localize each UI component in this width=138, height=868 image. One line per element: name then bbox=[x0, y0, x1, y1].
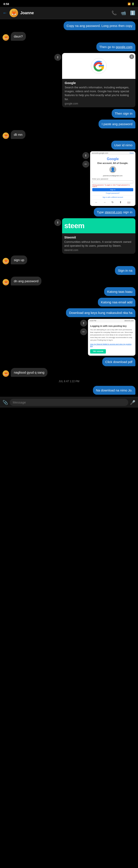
steemit-ss-title: Logging in with non-posting key bbox=[90, 325, 133, 327]
google-link-card[interactable]: ℹ Google Search the world's information,… bbox=[62, 53, 135, 107]
message-row: 🦊 dli mn bbox=[3, 130, 135, 139]
edit-icon[interactable]: ✏ bbox=[80, 328, 87, 335]
steemit-link-card[interactable]: steem Steemit Communities without border… bbox=[62, 218, 135, 254]
bubble-sent: Katong naa email add bbox=[98, 298, 135, 307]
bubble-received: naglisod gyud q sang bbox=[11, 368, 48, 377]
card-desc: Search the world's information, includin… bbox=[65, 86, 133, 101]
error-text: Wrong password. Try again or click 'Forg… bbox=[92, 184, 133, 187]
card-title: Google bbox=[65, 81, 133, 85]
card-url: google.com bbox=[65, 102, 133, 105]
message-row: Sign in na bbox=[3, 266, 135, 275]
nav-share-icon[interactable]: ⬆ bbox=[119, 201, 121, 204]
steemit-url: steemit.com bbox=[64, 249, 133, 252]
back-button[interactable]: ← bbox=[3, 10, 7, 16]
screenshot-topbar2: 8:30 PM steemit.com bbox=[88, 319, 135, 322]
mic-icon[interactable]: 🎤 bbox=[130, 400, 135, 405]
message-row: Click download pdf bbox=[3, 358, 135, 366]
steemit-ss-content: Logging in with non-posting key You are … bbox=[88, 322, 135, 356]
google-card-image: ℹ bbox=[62, 53, 135, 79]
forgot-password-link[interactable]: Forgot password? bbox=[92, 192, 133, 194]
status-bar: 8:58 📶 🔋 bbox=[0, 0, 138, 7]
message-row: ⬆ ✏ 8:30 PM steemit.com Logging in with … bbox=[3, 319, 135, 356]
password-label: Enter your password bbox=[92, 178, 133, 180]
message-row: Then sign in bbox=[3, 109, 135, 118]
avatar: 🦊 bbox=[3, 34, 9, 41]
share-icon[interactable]: ⬆ bbox=[54, 54, 61, 61]
bubble-received: dn ang password bbox=[11, 277, 42, 285]
screenshot-container: ⬆ ✏ accounts.google.com Done Google One … bbox=[82, 151, 135, 206]
nav-refresh-icon[interactable]: ↻ bbox=[111, 201, 114, 204]
bubble-received: dli mn bbox=[11, 130, 25, 139]
avatar: 🦊 bbox=[3, 132, 9, 139]
contact-avatar: 🦊 bbox=[9, 9, 18, 17]
message-row: ⬆ steem Steemit Communities without bord… bbox=[3, 218, 135, 254]
steemit-desc: Communities without borders. A social ne… bbox=[64, 240, 133, 248]
steemit-card-container: ⬆ steem Steemit Communities without bord… bbox=[54, 218, 135, 254]
message-row: Download ang keys kung makasulod nka ha bbox=[3, 308, 135, 317]
nav-forward-icon[interactable]: → bbox=[103, 201, 106, 204]
share-actions: ⬆ ✏ bbox=[80, 319, 87, 335]
bubble-sent: Then go to google.com bbox=[96, 42, 135, 51]
google-link[interactable]: google.com bbox=[116, 45, 132, 49]
google-signin-content: Google One account. All of Google. 👤 joa… bbox=[90, 155, 135, 206]
signin-button-small[interactable]: Sign in bbox=[92, 188, 133, 191]
message-row: Katong taas kaau bbox=[3, 287, 135, 296]
edit-icon[interactable]: ✏ bbox=[82, 161, 89, 167]
bubble-sent: Copy na ang password. Long press then co… bbox=[64, 21, 135, 30]
google-signin-screenshot: accounts.google.com Done Google One acco… bbox=[90, 151, 135, 206]
share-actions: ⬆ ✏ bbox=[82, 151, 89, 167]
message-row: Na download na nimo Jo. bbox=[3, 386, 135, 395]
bubble-sent: Katong taas kaau bbox=[104, 287, 135, 296]
nav-back-icon[interactable]: ← bbox=[95, 201, 98, 204]
message-row: 🦊 sign up bbox=[3, 255, 135, 265]
steemit-banner: steem bbox=[62, 218, 135, 233]
message-row: Then go to google.com bbox=[3, 42, 135, 51]
avatar: 🦊 bbox=[3, 370, 9, 377]
google-logo-text: Google bbox=[92, 157, 133, 161]
call-button[interactable]: 📞 bbox=[111, 10, 117, 16]
header-actions: 📞 📹 ℹ️ bbox=[111, 10, 135, 16]
message-row: 🦊 naglisod gyud q sang bbox=[3, 368, 135, 377]
steemit-login-screenshot: 8:30 PM steemit.com Logging in with non-… bbox=[88, 319, 135, 356]
signin-title: One account. All of Google. bbox=[92, 162, 133, 164]
bubble-sent: User id nimo bbox=[111, 141, 135, 150]
google-logo-icon bbox=[90, 57, 107, 74]
link-card-container: ⬆ ℹ Google Search the world's i bbox=[54, 53, 135, 107]
share-icon[interactable]: ⬆ bbox=[82, 152, 89, 159]
message-row: 🦊 daun? bbox=[3, 32, 135, 41]
attach-icon[interactable]: 📎 bbox=[3, 400, 8, 405]
different-account-link[interactable]: Sign in with a different account bbox=[92, 195, 133, 198]
user-avatar: 👤 bbox=[109, 166, 116, 173]
steemit-link[interactable]: steemit.com bbox=[105, 210, 122, 214]
video-button[interactable]: 📹 bbox=[121, 10, 126, 16]
share-actions: ⬆ bbox=[54, 218, 61, 226]
share-actions: ⬆ bbox=[54, 53, 61, 61]
status-time: 8:58 bbox=[3, 2, 9, 6]
message-row: Type steemit.com sign in bbox=[3, 208, 135, 217]
steemit-screenshot-container: ⬆ ✏ 8:30 PM steemit.com Logging in with … bbox=[80, 319, 135, 356]
nav-bookmarks-icon[interactable]: 📖 bbox=[127, 201, 131, 204]
status-icons: 📶 🔋 bbox=[128, 3, 135, 5]
share-icon[interactable]: ⬆ bbox=[80, 320, 87, 327]
message-row: I paste ang password bbox=[3, 120, 135, 128]
avatar: 🦊 bbox=[3, 258, 9, 265]
bubble-received: sign up bbox=[11, 255, 27, 265]
chat-header: ← 🦊 Joanne 📞 📹 ℹ️ bbox=[0, 7, 138, 19]
steemit-wallet-link[interactable]: Use my Steemit Wallet to access and view… bbox=[90, 343, 133, 347]
message-row: User id nimo bbox=[3, 141, 135, 150]
bubble-sent: Na download na nimo Jo. bbox=[93, 386, 135, 395]
chat-area: Copy na ang password. Long press then co… bbox=[0, 19, 138, 397]
try-again-btn[interactable]: TRY AGAIN bbox=[90, 349, 106, 353]
bubble-sent: I paste ang password bbox=[99, 120, 135, 128]
steemit-ss-body: You are attempting to use a key with mor… bbox=[90, 329, 133, 341]
bubble-sent: Sign in na bbox=[115, 266, 135, 275]
date-separator: JUL 8 AT 1:22 PM bbox=[3, 378, 135, 384]
info-button[interactable]: ℹ️ bbox=[130, 10, 135, 16]
steemit-title: Steemit bbox=[64, 236, 133, 239]
share-icon[interactable]: ⬆ bbox=[54, 219, 61, 226]
password-input-field bbox=[92, 180, 133, 183]
user-email: joannecuri18@gmail.com bbox=[92, 175, 133, 177]
steemit-card-content: Steemit Communities without borders. A s… bbox=[62, 233, 135, 254]
screenshot-topbar: accounts.google.com Done bbox=[90, 151, 135, 155]
message-input[interactable] bbox=[10, 399, 128, 406]
